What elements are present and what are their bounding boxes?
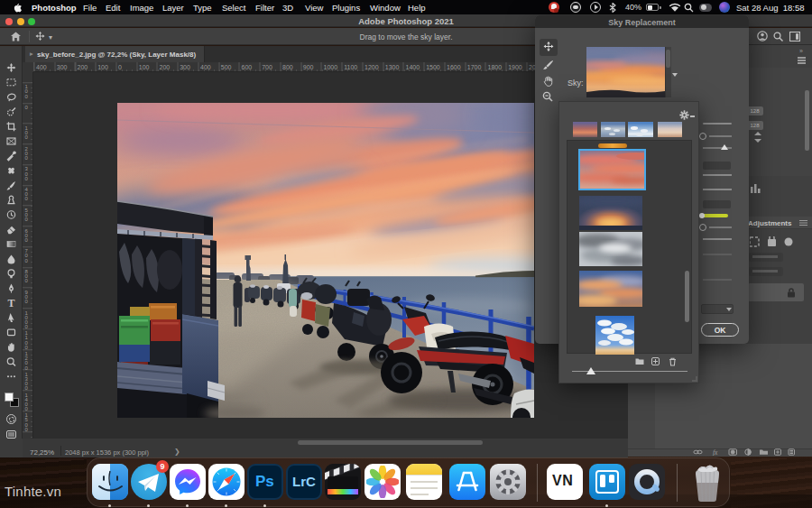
svg-text:0: 0 (25, 155, 29, 161)
svg-text:0: 0 (25, 406, 29, 411)
svg-text:1900: 1900 (508, 64, 522, 70)
svg-text:300: 300 (57, 64, 68, 70)
svg-text:0: 0 (25, 258, 29, 263)
svg-text:T: T (7, 297, 14, 309)
svg-text:0: 0 (25, 94, 29, 99)
svg-text:1300: 1300 (385, 64, 400, 70)
svg-text:1200: 1200 (364, 64, 379, 70)
svg-text:1500: 1500 (426, 64, 440, 70)
svg-text:200: 200 (78, 64, 88, 70)
svg-text:1000: 1000 (324, 64, 338, 70)
svg-text:1100: 1100 (344, 64, 357, 70)
svg-text:fx: fx (713, 448, 718, 456)
svg-text:900: 900 (303, 64, 314, 70)
svg-text:0: 0 (25, 176, 29, 181)
svg-text:0: 0 (25, 365, 29, 371)
svg-text:800: 800 (282, 64, 293, 70)
svg-text:0: 0 (25, 217, 29, 222)
svg-text:200: 200 (160, 64, 171, 70)
svg-text:700: 700 (262, 64, 272, 70)
svg-text:1400: 1400 (406, 64, 420, 70)
svg-text:100: 100 (139, 64, 150, 70)
svg-text:0: 0 (25, 299, 29, 304)
svg-text:600: 600 (242, 64, 253, 70)
svg-text:0: 0 (25, 278, 29, 283)
svg-text:100: 100 (97, 64, 108, 70)
svg-text:400: 400 (200, 64, 211, 70)
svg-text:1800: 1800 (488, 64, 503, 70)
svg-text:300: 300 (180, 64, 190, 70)
svg-text:0: 0 (25, 196, 29, 201)
svg-text:1700: 1700 (467, 64, 482, 70)
svg-text:0: 0 (25, 105, 29, 110)
svg-text:0: 0 (25, 427, 29, 432)
svg-text:0: 0 (25, 345, 29, 350)
svg-text:0: 0 (25, 237, 29, 243)
svg-text:0: 0 (118, 64, 122, 70)
svg-text:0: 0 (25, 134, 29, 140)
svg-text:0: 0 (25, 385, 29, 391)
svg-text:500: 500 (221, 64, 232, 70)
svg-text:1600: 1600 (447, 64, 461, 70)
svg-text:0: 0 (25, 324, 29, 329)
svg-text:400: 400 (36, 64, 47, 70)
